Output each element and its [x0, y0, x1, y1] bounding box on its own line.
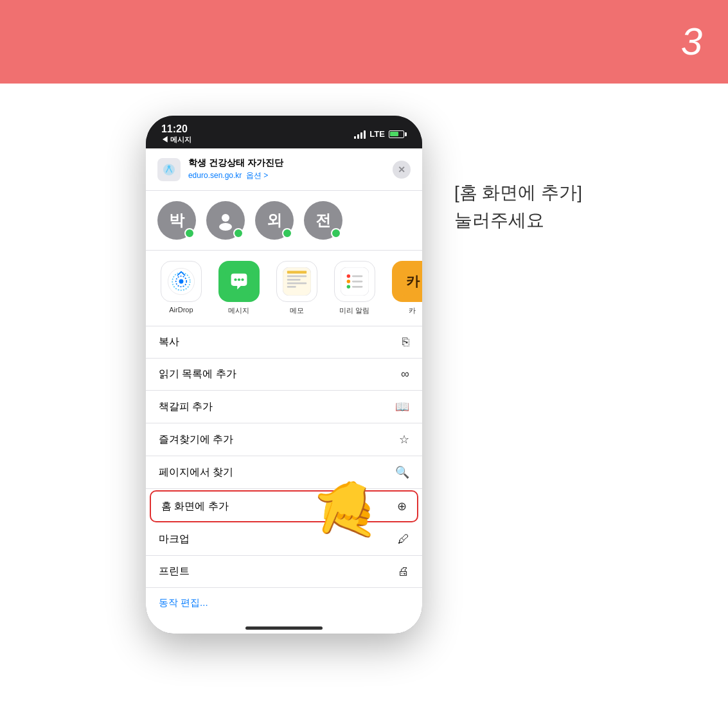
svg-rect-16 [287, 282, 306, 284]
app-item-airdrop[interactable]: AirDrop [152, 261, 210, 315]
copy-icon: ⎘ [402, 335, 409, 349]
contact-avatar-3: 외 [255, 201, 294, 240]
add-home-icon: ⊕ [397, 499, 407, 513]
apps-row: AirDrop 메시지 [146, 251, 422, 326]
contacts-row: 박 외 [146, 191, 422, 251]
menu-item-bookmark[interactable]: 책갈피 추가 📖 [146, 391, 422, 423]
reminder-label: 미리 알림 [339, 306, 369, 315]
online-indicator [233, 228, 244, 238]
svg-rect-22 [352, 281, 363, 283]
svg-rect-14 [287, 275, 306, 277]
contact-item[interactable] [206, 201, 245, 240]
menu-item-label: 페이지에서 찾기 [159, 466, 233, 479]
menu-item-print[interactable]: 프린트 🖨 [146, 556, 422, 588]
svg-point-10 [238, 278, 240, 281]
svg-point-9 [234, 278, 236, 281]
lte-label: LTE [369, 129, 385, 139]
svg-point-2 [222, 214, 229, 222]
contact-item[interactable]: 외 [255, 201, 294, 240]
preview-text: 학생 건강상태 자가진단 eduro.sen.go.kr 옵션 > [188, 157, 283, 181]
svg-rect-24 [352, 286, 363, 288]
svg-rect-15 [287, 279, 301, 281]
markup-icon: 🖊 [398, 533, 409, 546]
contact-item[interactable]: 박 [157, 201, 196, 240]
menu-item-label: 책갈피 추가 [159, 400, 213, 414]
menu-items: 복사 ⎘ 읽기 목록에 추가 ∞ 책갈피 추가 📖 즐겨찾기에 추가 ☆ [146, 326, 422, 618]
svg-point-1 [168, 165, 171, 168]
instruction-line-1: [홈 화면에 추가] [454, 180, 582, 205]
phone-mockup: 11:20 ◀ 메시지 LTE [146, 116, 422, 634]
menu-item-label: 프린트 [159, 565, 190, 578]
slide-number: 3 [681, 22, 702, 61]
notes-label: 메모 [290, 306, 304, 315]
online-indicator [331, 228, 341, 238]
preview-url: eduro.sen.go.kr [188, 171, 242, 180]
kakao-label: 카 [409, 306, 416, 315]
online-indicator [184, 228, 195, 238]
phone-wrapper: 11:20 ◀ 메시지 LTE [146, 116, 422, 634]
preview-subtitle: eduro.sen.go.kr 옵션 > [188, 170, 283, 181]
kakao-icon: 카 [392, 261, 422, 302]
find-icon: 🔍 [395, 465, 409, 479]
back-label: ◀ 메시지 [161, 135, 191, 145]
contact-avatar-1: 박 [157, 201, 196, 240]
app-preview-icon [157, 158, 181, 181]
svg-text:카: 카 [405, 274, 420, 289]
share-sheet: 학생 건강상태 자가진단 eduro.sen.go.kr 옵션 > ✕ 박 [146, 148, 422, 634]
menu-item-add-home[interactable]: 홈 화면에 추가 ⊕ [150, 490, 418, 522]
menu-item-label: 읽기 목록에 추가 [159, 368, 236, 381]
menu-item-find[interactable]: 페이지에서 찾기 🔍 [146, 456, 422, 489]
reminder-icon [334, 261, 375, 302]
app-item-messages[interactable]: 메시지 [210, 261, 268, 315]
instruction-block: [홈 화면에 추가] 눌러주세요 [454, 180, 582, 233]
menu-item-reading-list[interactable]: 읽기 목록에 추가 ∞ [146, 359, 422, 391]
home-indicator [146, 618, 422, 634]
svg-point-23 [347, 285, 351, 289]
time-display: 11:20 [161, 123, 191, 135]
notes-icon [276, 261, 317, 302]
menu-item-markup[interactable]: 마크업 🖊 [146, 524, 422, 556]
svg-point-7 [179, 280, 184, 284]
preview-options: 옵션 > [246, 171, 268, 180]
print-icon: 🖨 [398, 565, 409, 578]
airdrop-label: AirDrop [169, 306, 193, 314]
edit-actions-link[interactable]: 동작 편집... [146, 588, 422, 618]
messages-label: 메시지 [228, 306, 249, 315]
status-bar: 11:20 ◀ 메시지 LTE [146, 116, 422, 148]
menu-item-label: 홈 화면에 추가 [161, 500, 229, 513]
svg-rect-20 [352, 275, 363, 277]
preview-info: 학생 건강상태 자가진단 eduro.sen.go.kr 옵션 > [157, 157, 283, 181]
svg-point-11 [241, 278, 244, 281]
top-bar: 3 [0, 0, 728, 84]
svg-rect-17 [287, 286, 296, 288]
messages-icon [218, 261, 260, 302]
menu-item-copy[interactable]: 복사 ⎘ [146, 326, 422, 359]
signal-bars [354, 130, 366, 139]
contact-avatar-4: 전 [304, 201, 342, 240]
svg-point-3 [219, 223, 232, 231]
menu-item-label: 즐겨찾기에 추가 [159, 433, 233, 447]
close-button[interactable]: ✕ [393, 161, 411, 179]
instruction-line-2: 눌러주세요 [454, 208, 544, 233]
status-time: 11:20 ◀ 메시지 [161, 123, 191, 145]
reading-list-icon: ∞ [401, 368, 409, 381]
svg-point-19 [347, 274, 351, 278]
menu-item-label: 마크업 [159, 533, 190, 546]
app-item-kakao[interactable]: 카 카 [384, 261, 422, 315]
svg-point-21 [347, 280, 351, 283]
menu-item-label: 복사 [159, 335, 179, 349]
battery-icon [389, 130, 407, 138]
main-content: 11:20 ◀ 메시지 LTE [0, 84, 728, 634]
preview-area: 학생 건강상태 자가진단 eduro.sen.go.kr 옵션 > ✕ [146, 148, 422, 191]
bookmark-icon: 📖 [395, 400, 409, 414]
favorites-icon: ☆ [399, 432, 409, 447]
contact-item[interactable]: 전 [304, 201, 342, 240]
home-bar [245, 626, 323, 630]
contact-avatar-2 [206, 201, 245, 240]
airdrop-icon [161, 261, 202, 302]
menu-item-favorites[interactable]: 즐겨찾기에 추가 ☆ [146, 423, 422, 456]
svg-rect-13 [287, 271, 306, 274]
app-item-notes[interactable]: 메모 [268, 261, 326, 315]
app-item-reminder[interactable]: 미리 알림 [326, 261, 384, 315]
status-icons: LTE [354, 129, 407, 139]
